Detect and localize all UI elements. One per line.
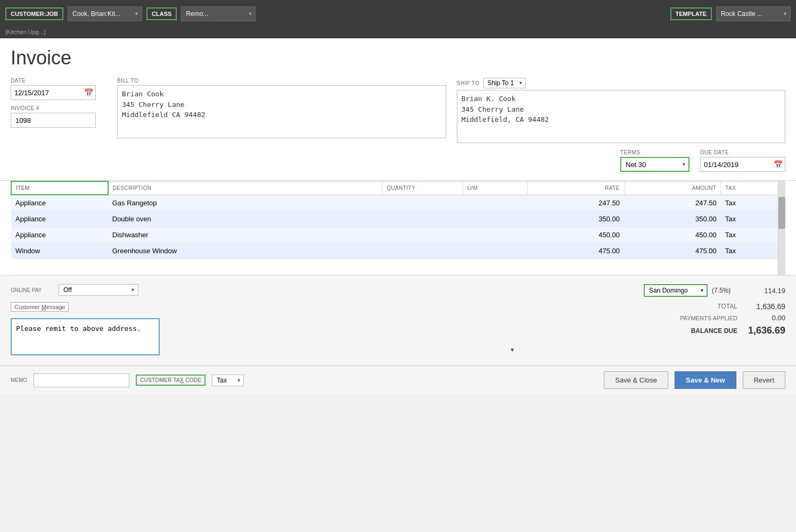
customer-message-dropdown-icon[interactable]: ▼	[510, 347, 515, 353]
bill-to-block: BILL TO Brian Cook 345 Cherry Lane Middl…	[117, 78, 446, 143]
total-label: Total	[663, 303, 737, 310]
customer-message-label[interactable]: Customer Message	[11, 302, 69, 312]
ship-to-header: SHIP TO Ship To 1	[457, 78, 786, 88]
template-select[interactable]: Rock Castle ...	[716, 6, 791, 21]
table-row[interactable]: Window Greenhouse Window 475.00 475.00 T…	[11, 243, 785, 259]
uom-cell[interactable]	[463, 227, 527, 243]
empty-item[interactable]	[11, 259, 108, 275]
item-cell[interactable]: Appliance	[11, 227, 108, 243]
tax-cell[interactable]: Tax	[721, 195, 785, 211]
description-cell[interactable]: Gas Rangetop	[108, 195, 382, 211]
due-date-wrapper[interactable]: 📅	[700, 157, 785, 172]
uom-cell[interactable]	[463, 211, 527, 227]
bottom-right: San Domingo (7.5%) 114.19 Total 1,636.69…	[530, 284, 785, 357]
subtitle-bar: [Kitchen Upg...]	[0, 28, 796, 38]
tax-code-select-wrap[interactable]: Tax Non	[212, 375, 244, 386]
table-row[interactable]: Appliance Dishwasher 450.00 450.00 Tax	[11, 227, 785, 243]
table-empty-row[interactable]	[11, 259, 785, 275]
empty-desc[interactable]	[108, 259, 382, 275]
customer-job-label[interactable]: CUSTOMER:JOB	[5, 7, 63, 20]
revert-button[interactable]: Revert	[743, 371, 785, 389]
form-top-row: DATE 📅 INVOICE # BILL TO Brian Cook 345 …	[11, 78, 785, 143]
empty-amount[interactable]	[624, 259, 721, 275]
memo-input[interactable]	[34, 373, 129, 387]
ship-to-textarea[interactable]: Brian K. Cook 345 Cherry Lane Middlefiel…	[457, 90, 786, 143]
customer-job-select-wrap[interactable]: Cook, Brian:Kit...	[68, 6, 142, 21]
quantity-cell[interactable]	[382, 195, 463, 211]
scroll-indicator[interactable]	[778, 181, 785, 275]
quantity-cell[interactable]	[382, 211, 463, 227]
uom-cell[interactable]	[463, 243, 527, 259]
balance-due-value: 1,636.69	[743, 325, 785, 336]
due-date-input[interactable]	[701, 158, 774, 171]
amount-cell[interactable]: 350.00	[624, 211, 721, 227]
online-pay-select[interactable]: Off On	[59, 284, 138, 296]
tax-select-wrap[interactable]: San Domingo	[644, 284, 708, 297]
template-label[interactable]: TEMPLATE	[670, 7, 712, 20]
tax-cell[interactable]: Tax	[721, 243, 785, 259]
total-value: 1,636.69	[743, 302, 785, 311]
description-cell[interactable]: Double oven	[108, 211, 382, 227]
ship-to-label: SHIP TO	[457, 80, 480, 86]
customer-job-select[interactable]: Cook, Brian:Kit...	[68, 6, 142, 21]
calendar-icon[interactable]: 📅	[84, 88, 93, 97]
col-tax: TAX	[721, 181, 785, 195]
item-cell[interactable]: Window	[11, 243, 108, 259]
col-amount: AMOUNT	[624, 181, 721, 195]
item-cell[interactable]: Appliance	[11, 195, 108, 211]
table-row[interactable]: Appliance Double oven 350.00 350.00 Tax	[11, 211, 785, 227]
save-close-button[interactable]: Save & Close	[604, 371, 668, 389]
date-input[interactable]	[11, 86, 84, 99]
tax-select[interactable]: San Domingo	[644, 284, 708, 297]
template-select-wrap[interactable]: Rock Castle ...	[716, 6, 791, 21]
quantity-cell[interactable]	[382, 227, 463, 243]
date-input-wrapper[interactable]: 📅	[11, 85, 96, 100]
ship-to-select[interactable]: Ship To 1	[483, 78, 526, 88]
empty-tax[interactable]	[721, 259, 785, 275]
table-wrapper: ITEM DESCRIPTION QUANTITY U/M RATE AMOUN…	[11, 181, 785, 275]
tax-code-select[interactable]: Tax Non	[212, 375, 244, 386]
terms-label: TERMS	[620, 149, 690, 155]
payments-applied-value: 0.00	[743, 314, 785, 322]
ship-to-select-wrap[interactable]: Ship To 1	[483, 78, 526, 88]
tax-cell[interactable]: Tax	[721, 227, 785, 243]
amount-cell[interactable]: 450.00	[624, 227, 721, 243]
item-cell[interactable]: Appliance	[11, 211, 108, 227]
customer-message-textarea[interactable]: Please remit to above address.	[11, 318, 160, 355]
main-form: Invoice DATE 📅 INVOICE # BILL TO Brian C…	[0, 38, 796, 181]
bottom-section: ONLINE PAY Off On Customer Message Pleas…	[0, 275, 796, 365]
class-select[interactable]: Remo...	[181, 6, 256, 21]
col-quantity: QUANTITY	[382, 181, 463, 195]
tax-cell[interactable]: Tax	[721, 211, 785, 227]
uom-cell[interactable]	[463, 195, 527, 211]
empty-rate[interactable]	[527, 259, 624, 275]
description-cell[interactable]: Dishwasher	[108, 227, 382, 243]
balance-due-label: BALANCE DUE	[663, 327, 737, 335]
customer-message-select-wrap[interactable]: Please remit to above address. ▼	[11, 318, 519, 357]
rate-cell[interactable]: 350.00	[527, 211, 624, 227]
bill-to-textarea[interactable]: Brian Cook 345 Cherry Lane Middlefield C…	[117, 85, 446, 138]
amount-cell[interactable]: 247.50	[624, 195, 721, 211]
quantity-cell[interactable]	[382, 243, 463, 259]
payments-row: PAYMENTS APPLIED 0.00	[530, 314, 785, 322]
empty-uom[interactable]	[463, 259, 527, 275]
col-rate: RATE	[527, 181, 624, 195]
invoice-num-input[interactable]	[11, 113, 96, 128]
empty-qty[interactable]	[382, 259, 463, 275]
rate-cell[interactable]: 475.00	[527, 243, 624, 259]
scroll-thumb[interactable]	[778, 197, 785, 229]
class-select-wrap[interactable]: Remo...	[181, 6, 256, 21]
rate-cell[interactable]: 450.00	[527, 227, 624, 243]
class-label[interactable]: CLASS	[146, 7, 177, 20]
due-date-calendar-icon[interactable]: 📅	[774, 160, 783, 169]
amount-cell[interactable]: 475.00	[624, 243, 721, 259]
toolbar: CUSTOMER:JOB Cook, Brian:Kit... CLASS Re…	[0, 0, 796, 28]
terms-select-wrap[interactable]: Net 30 Net 15 Due on receipt	[620, 157, 690, 172]
online-pay-select-wrap[interactable]: Off On	[59, 284, 138, 296]
table-row[interactable]: Appliance Gas Rangetop 247.50 247.50 Tax	[11, 195, 785, 211]
save-new-button[interactable]: Save & New	[675, 371, 736, 389]
total-row: Total 1,636.69	[530, 302, 785, 311]
rate-cell[interactable]: 247.50	[527, 195, 624, 211]
description-cell[interactable]: Greenhouse Window	[108, 243, 382, 259]
terms-select[interactable]: Net 30 Net 15 Due on receipt	[620, 157, 690, 172]
